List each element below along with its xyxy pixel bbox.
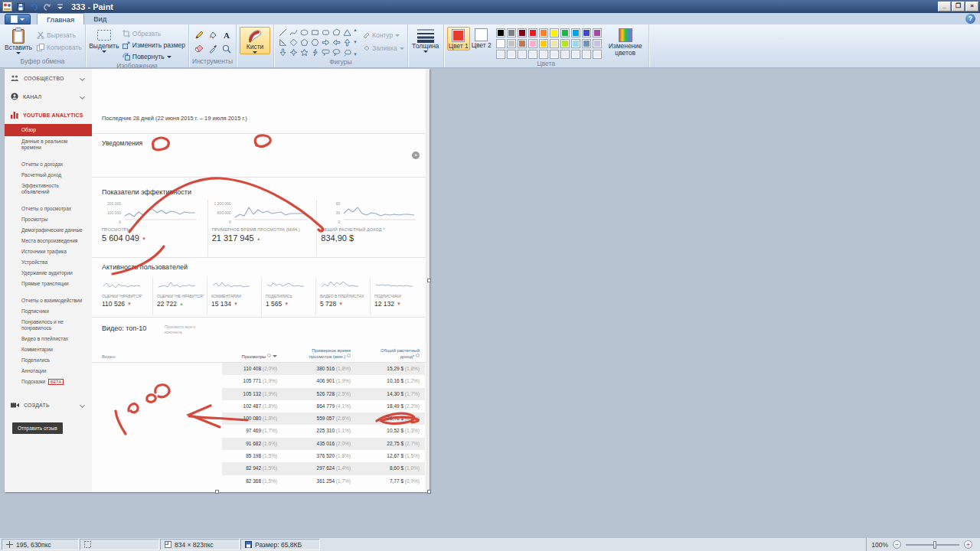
rotate-button[interactable]: Повернуть <box>122 51 185 62</box>
zoom-out-icon[interactable]: − <box>893 540 901 549</box>
sidebar-item[interactable]: Подсказки БЕТА <box>5 377 92 387</box>
shape-ellipse-icon[interactable] <box>299 28 309 37</box>
col-watch-time[interactable]: Примерное время просмотра (мин.) i <box>289 348 351 360</box>
close-button[interactable]: × <box>965 2 978 11</box>
table-row[interactable]: 105 132 (1,9%) 526 728 (2,5%) 14,30 $ (1… <box>92 388 426 400</box>
palette-empty-slot[interactable] <box>496 50 505 59</box>
fill-shape-button[interactable]: Заливка <box>363 43 404 54</box>
sidebar-item[interactable]: Демографические данные <box>5 225 92 236</box>
palette-color-swatch[interactable] <box>571 39 580 48</box>
table-row[interactable]: 82 942 (1,5%) 297 624 (1,4%) 8,60 $ (1,0… <box>92 462 426 474</box>
palette-color-swatch[interactable] <box>550 39 559 48</box>
minimize-button[interactable]: _ <box>938 2 951 11</box>
engagement-card[interactable]: ОЦЕНКИ "НЕ НРАВИТСЯ" 22 722▲ <box>152 277 207 315</box>
paste-button[interactable]: Вставить <box>3 27 34 54</box>
sidebar-item[interactable]: Устройства <box>5 257 92 268</box>
palette-color-swatch[interactable] <box>571 28 580 37</box>
canvas-resize-handle-right[interactable] <box>427 279 431 282</box>
palette-color-swatch[interactable] <box>518 39 527 48</box>
engagement-card[interactable]: КОММЕНТАРИИ 15 134▼ <box>207 277 261 315</box>
engagement-card[interactable]: ВИДЕО В ПЛЕЙЛИСТАХ 5 728▼ <box>315 277 370 315</box>
sidebar-item[interactable]: Просмотры <box>5 214 92 225</box>
sidebar-item[interactable]: Видео в плейлистах <box>5 334 92 344</box>
table-row[interactable]: 110 408 (2,0%) 380 516 (1,8%) 15,29 $ (1… <box>92 363 426 375</box>
sidebar-item[interactable]: Прямые трансляции <box>5 279 92 289</box>
crop-button[interactable]: Обрезать <box>122 28 185 39</box>
palette-color-swatch[interactable] <box>496 39 505 48</box>
palette-color-swatch[interactable] <box>539 28 548 37</box>
sidebar-item[interactable]: Аннотации <box>5 366 92 377</box>
engagement-card[interactable]: ПОДЕЛИЛИСЬ 1 565▼ <box>261 277 315 315</box>
col-views[interactable]: Просмотры i <box>242 354 277 360</box>
sidebar-item[interactable]: Эффективность объявлений <box>5 181 92 197</box>
table-row[interactable]: 85 198 (1,5%) 376 520 (1,8%) 12,67 $ (1,… <box>92 450 426 462</box>
sidebar-item[interactable]: Поделились <box>5 355 92 366</box>
pencil-tool[interactable] <box>192 28 205 41</box>
palette-color-swatch[interactable] <box>560 28 570 37</box>
palette-color-swatch[interactable] <box>507 28 516 37</box>
shape-pentagon-icon[interactable] <box>299 37 309 47</box>
shape-up-arrow-icon[interactable] <box>341 37 352 47</box>
palette-color-swatch[interactable] <box>550 28 559 37</box>
palette-color-swatch[interactable] <box>582 28 591 37</box>
sidebar-item[interactable]: Удержание аудитории <box>5 268 92 279</box>
thickness-button[interactable]: Толщина <box>411 27 440 53</box>
sidebar-item[interactable]: Отчеты о доходах <box>5 159 92 170</box>
sidebar-item[interactable]: Отчеты о взаимодействии <box>5 295 92 306</box>
zoom-in-icon[interactable]: + <box>964 540 972 549</box>
sidebar-create[interactable]: СОЗДАТЬ <box>5 396 92 413</box>
sidebar-channel[interactable]: КАНАЛ <box>5 86 92 106</box>
engagement-card[interactable]: ОЦЕНКИ "НРАВИТСЯ" 110 526▼ <box>98 277 152 315</box>
sidebar-item[interactable]: Расчетный доход <box>5 170 92 181</box>
restore-button[interactable]: ❐ <box>952 2 965 11</box>
customize-toolbar-icon[interactable] <box>54 2 65 11</box>
fill-tool[interactable] <box>206 28 219 41</box>
view-all-content-link[interactable]: Просмотр всего контента <box>165 324 212 334</box>
table-row[interactable]: 100 080 (1,8%) 559 057 (2,6%) 20,78 $ (2… <box>92 412 426 425</box>
palette-empty-slot[interactable] <box>593 50 602 59</box>
select-button[interactable]: Выделить <box>89 27 119 53</box>
metric-card[interactable]: 60300 ОБЩИЙ РАСЧЕТНЫЙ ДОХОД * 834,90 $ <box>316 200 426 256</box>
palette-color-swatch[interactable] <box>507 39 516 48</box>
sidebar-item[interactable]: Отчеты о просмотрах <box>5 204 92 214</box>
sidebar-analytics[interactable]: YOUTUBE ANALYTICS <box>5 106 92 124</box>
tab-view[interactable]: Вид <box>84 13 116 24</box>
palette-color-swatch[interactable] <box>528 39 537 48</box>
sidebar-item[interactable]: Подписчики <box>5 306 92 317</box>
shape-rectangle-icon[interactable] <box>309 28 320 37</box>
palette-empty-slot[interactable] <box>539 50 548 59</box>
palette-empty-slot[interactable] <box>550 50 559 59</box>
sidebar-item[interactable]: Понравилось и не понравилось <box>5 317 92 334</box>
redo-icon[interactable] <box>41 2 52 11</box>
table-row[interactable]: 82 368 (1,5%) 361 254 (1,7%) 7,77 $ (0,9… <box>92 475 426 487</box>
text-tool[interactable]: A <box>220 28 233 41</box>
col-revenue[interactable]: Общий расчетный доход* i <box>366 348 420 360</box>
palette-color-swatch[interactable] <box>528 28 537 37</box>
shape-triangle-icon[interactable] <box>341 28 352 37</box>
sidebar-item[interactable]: Источники трафика <box>5 246 92 257</box>
feedback-button[interactable]: Отправить отзыв <box>12 422 63 434</box>
edit-colors-button[interactable]: Изменение цветов <box>606 27 645 57</box>
shape-polygon-icon[interactable] <box>331 28 341 37</box>
undo-icon[interactable] <box>28 2 39 11</box>
magnifier-tool[interactable] <box>220 42 233 55</box>
palette-empty-slot[interactable] <box>507 50 516 59</box>
metric-card[interactable]: 1 200 000800 0000 ПРИМЕРНОЕ ВРЕМЯ ПРОСМО… <box>207 200 317 256</box>
zoom-slider[interactable] <box>906 544 959 546</box>
palette-empty-slot[interactable] <box>528 50 537 59</box>
table-row[interactable]: 97 469 (1,7%) 225 310 (1,1%) 10,52 $ (1,… <box>92 425 426 437</box>
shape-cloud-callout-icon[interactable] <box>341 47 352 57</box>
shape-four-point-star-icon[interactable] <box>288 47 299 57</box>
palette-color-swatch[interactable] <box>560 39 570 48</box>
sidebar-item[interactable]: Комментарии <box>5 344 92 355</box>
palette-color-swatch[interactable] <box>496 28 505 37</box>
shape-left-arrow-icon[interactable] <box>331 37 341 47</box>
palette-color-swatch[interactable] <box>582 39 591 48</box>
brushes-button[interactable]: Кисти <box>240 27 270 54</box>
shape-hexagon-icon[interactable] <box>309 37 320 47</box>
shape-down-arrow-icon[interactable] <box>277 47 288 57</box>
shape-line-icon[interactable] <box>277 28 288 37</box>
table-row[interactable]: 102 487 (1,8%) 864 779 (4,1%) 18,49 $ (2… <box>92 400 426 412</box>
resize-button[interactable]: Изменить размер <box>122 40 185 51</box>
palette-color-swatch[interactable] <box>593 39 602 48</box>
